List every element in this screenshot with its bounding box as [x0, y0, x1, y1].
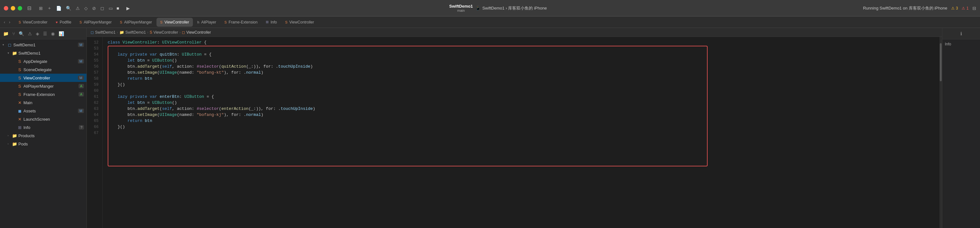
keyword-class: class: [108, 39, 123, 45]
tab-aliplayer[interactable]: h AliPlayer: [194, 18, 220, 27]
folder-icon[interactable]: 📁: [3, 31, 8, 36]
tab-info[interactable]: ⊞ Info: [262, 18, 281, 27]
code-container: 12 53 54 55 56 57 58 59 60 61 62 63 64 6…: [87, 37, 942, 228]
editor-area: ◻ SwiftDemo1 › 📁 SwiftDemo1 › S ViewCont…: [87, 28, 942, 228]
breakpoint-icon[interactable]: ◉: [51, 31, 55, 36]
plist-icon: ⊞: [266, 20, 269, 24]
tab-viewcontroller-1[interactable]: S ViewController: [15, 18, 51, 27]
tree-group-pods[interactable]: › 📁 Pods: [0, 140, 86, 148]
tab-podfile[interactable]: ♥ Podfile: [52, 18, 75, 27]
line-num-67: 67: [87, 130, 102, 136]
window-controls[interactable]: [4, 6, 22, 10]
vertical-scrollbar[interactable]: [939, 37, 942, 228]
device-icon: 📱: [476, 6, 480, 10]
breadcrumb-swiftdemo-folder[interactable]: 📁 SwiftDemo1: [119, 30, 146, 35]
param-touchupinside2: touchUpInside: [281, 106, 313, 112]
breadcrumb-label: ViewController: [186, 30, 211, 35]
sidebar-toolbar: 📁 ⑂ 🔍 ⚠ ◈ ☰ ◉ 📊: [0, 28, 86, 39]
fn-quitaction: quitAction: [221, 64, 246, 69]
tab-aliplayermanger-1[interactable]: S AliPlayerManger: [76, 18, 115, 27]
sidebar-toggle[interactable]: ⊟: [27, 5, 31, 11]
breadcrumb-swiftdemo-root[interactable]: ◻ SwiftDemo1: [91, 30, 116, 35]
string-bofang-kt: "bofang-kt": [197, 69, 224, 75]
tree-root[interactable]: ▾ ◻ SwiftDemo1 M: [0, 41, 86, 49]
issue-icon[interactable]: ⚠: [28, 31, 32, 36]
tree-item-info[interactable]: ⊞ Info ?: [0, 123, 86, 132]
stop-button[interactable]: ■: [113, 3, 123, 13]
tab-label: AliPlayer: [201, 20, 216, 24]
line-num-58: 58: [87, 75, 102, 82]
reports-icon[interactable]: 📊: [59, 31, 64, 36]
tab-viewcontroller-2[interactable]: S ViewController: [281, 18, 318, 27]
tree-group-swiftdemo[interactable]: ▾ 📁 SwiftDemo1: [0, 49, 86, 57]
tab-frame-extension[interactable]: S Frame-Extension: [221, 18, 262, 27]
warning-badge[interactable]: ⚠ 3: [951, 6, 958, 10]
share-icon[interactable]: ◻: [100, 6, 104, 11]
swift-file-icon: S: [17, 84, 22, 88]
scroll-thumb[interactable]: [940, 43, 942, 81]
tree-item-main[interactable]: ✕ Main: [0, 98, 86, 107]
tree-badge: A: [78, 84, 84, 88]
breadcrumb-viewcontroller-class[interactable]: ◻ ViewController: [182, 30, 211, 35]
tree-item-launchscreen[interactable]: ✕ LaunchScreen: [0, 115, 86, 123]
project-title: SwiftDemo1 main: [449, 4, 473, 12]
inspector-toggle-icon[interactable]: ⊟: [972, 6, 976, 11]
debug-icon[interactable]: ☰: [43, 31, 47, 36]
tree-group-products[interactable]: › 📁 Products: [0, 132, 86, 140]
source-control-icon[interactable]: ⑂: [12, 31, 15, 36]
file-icon[interactable]: 📄: [56, 6, 62, 11]
find-icon[interactable]: 🔍: [19, 31, 24, 36]
code-line-60: [108, 88, 937, 94]
search-icon[interactable]: 🔍: [66, 6, 71, 11]
line-num-12: 12: [87, 39, 102, 45]
chevron-right-icon: ›: [8, 142, 11, 145]
minimize-button[interactable]: [11, 6, 15, 10]
tree-item-label: Products: [18, 133, 84, 138]
breadcrumb-icon: ◻: [91, 30, 94, 35]
kw-return2: return: [127, 118, 145, 124]
code-line-64: btn.setImage(UIImage(named: "bofang-kj")…: [108, 112, 937, 118]
tab-viewcontroller-active[interactable]: S ViewController: [156, 18, 193, 27]
code-editor[interactable]: class ViewController: UIViewController {…: [103, 37, 942, 228]
tree-item-label: Assets: [24, 109, 76, 113]
tree-item-appdelegate[interactable]: S AppDelegate M: [0, 57, 86, 66]
kw-lazy2: lazy: [118, 94, 130, 100]
error-badge[interactable]: ⚠ 1: [962, 6, 969, 10]
nav-forward[interactable]: ›: [8, 19, 11, 25]
var-btn2: btn: [137, 100, 145, 106]
param-touchupinside: touchUpInside: [278, 64, 310, 69]
no-symbol-icon[interactable]: ⊘: [92, 6, 96, 11]
test-icon[interactable]: ◈: [36, 31, 39, 36]
maximize-button[interactable]: [18, 6, 22, 10]
code-line-65: return btn: [108, 118, 937, 124]
tree-item-assets[interactable]: ◼ Assets M: [0, 107, 86, 115]
tree-item-aliplayermanger[interactable]: S AliPlayerManger A: [0, 82, 86, 90]
warning-icon[interactable]: ⚠: [76, 6, 80, 11]
grid-icon[interactable]: ⊞: [39, 6, 43, 11]
breadcrumb-viewcontroller-file[interactable]: S ViewController: [150, 30, 178, 35]
line-num-65: 65: [87, 118, 102, 124]
tree-item-frame-extension[interactable]: S Frame-Extension A: [0, 90, 86, 98]
rect-icon[interactable]: ▭: [109, 6, 113, 11]
inspector-tab[interactable]: ℹ: [960, 31, 962, 36]
line-num-55: 55: [87, 58, 102, 64]
run-button[interactable]: ▶: [123, 3, 133, 13]
folder-icon: 📁: [12, 133, 17, 138]
param-normal2: normal: [246, 112, 261, 118]
tree-item-label: AppDelegate: [24, 59, 76, 64]
diamond-icon[interactable]: ◇: [84, 6, 88, 11]
tab-aliplayermanger-2[interactable]: S AliPlayerManger: [116, 18, 156, 27]
fn-addtarget2: addTarget: [137, 106, 160, 112]
device-selector[interactable]: 📱 SwiftDemo1 › 库客双小鱼的 iPhone: [476, 5, 547, 11]
breadcrumb-label: ViewController: [153, 30, 178, 35]
add-icon[interactable]: ＋: [47, 5, 52, 11]
type-uibutton2: UIButton: [185, 94, 204, 100]
close-button[interactable]: [4, 6, 8, 10]
tree-item-scenedelegate[interactable]: S SceneDelegate: [0, 66, 86, 74]
project-subtitle: main: [457, 8, 465, 12]
main-area: 📁 ⑂ 🔍 ⚠ ◈ ☰ ◉ 📊 ▾ ◻ SwiftDemo1 M ▾ 📁 Swi…: [0, 28, 980, 228]
nav-back[interactable]: ‹: [3, 19, 6, 25]
tree-item-viewcontroller[interactable]: S ViewController M: [0, 74, 86, 82]
code-line-57: btn.setImage(UIImage(named: "bofang-kt")…: [108, 69, 937, 75]
swift-file-icon: S: [17, 92, 22, 97]
